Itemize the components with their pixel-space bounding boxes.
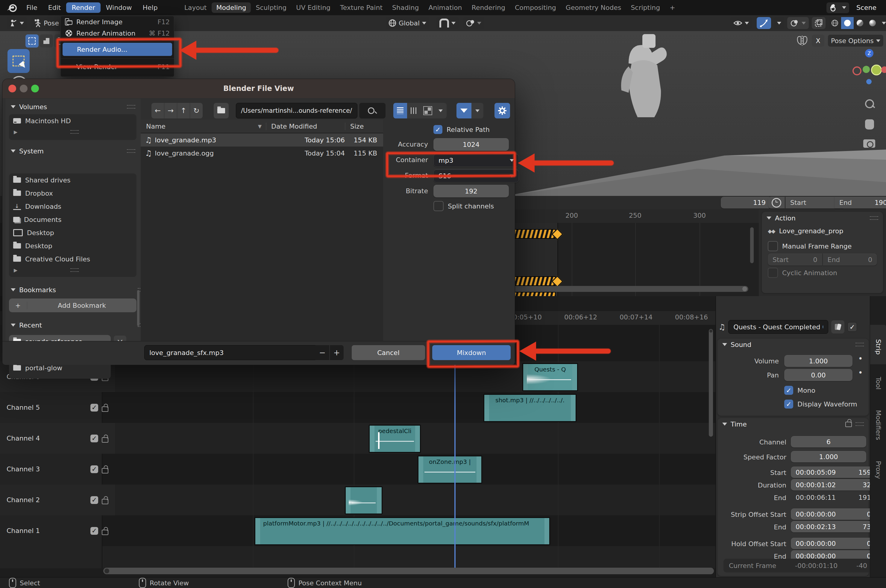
file-list[interactable]: Name ▼ Date Modified Size ♫ love_granade… <box>141 120 383 341</box>
file-row-ogg[interactable]: ♫ love_granade.ogg Today 15:04 115 KB <box>141 147 383 160</box>
filter-button[interactable] <box>456 103 471 118</box>
accuracy-field[interactable]: 1024 <box>433 138 509 151</box>
volumes-section-header[interactable]: Volumes <box>5 100 141 113</box>
action-end-field[interactable]: End 0 <box>823 254 877 266</box>
current-frame-field[interactable]: 119 <box>721 197 772 208</box>
file-row-mp3[interactable]: ♫ love_granade.mp3 Today 15:06 154 KB <box>141 134 383 147</box>
horizontal-list-view-button[interactable] <box>407 103 421 118</box>
action-start-field[interactable]: Start 0 <box>768 254 822 266</box>
gizmo-active-axis[interactable] <box>871 64 882 75</box>
column-size[interactable]: Size <box>345 123 383 130</box>
increment-button[interactable]: + <box>330 345 344 360</box>
mono-checkbox[interactable]: ✓ <box>784 386 793 395</box>
visibility-dropdown[interactable] <box>730 17 752 29</box>
menu-item-render-image[interactable]: Render Image F12 <box>61 16 174 27</box>
settings-button[interactable] <box>495 103 510 118</box>
sound-panel-header[interactable]: Sound <box>718 339 869 351</box>
decrement-button[interactable]: − <box>316 345 329 360</box>
thumbnail-view-button[interactable] <box>421 103 435 118</box>
workspace-tab-scripting[interactable]: Scripting <box>626 2 665 13</box>
animate-dot-icon[interactable]: • <box>858 357 863 360</box>
system-section-header[interactable]: System <box>5 145 141 158</box>
relative-path-row[interactable]: ✓ Relative Path <box>433 125 490 134</box>
gizmo-x-neg[interactable] <box>853 66 862 75</box>
dope-sheet-hscrollbar[interactable] <box>506 286 748 292</box>
gizmo-z-axis[interactable]: Z <box>865 49 873 57</box>
tab-tool[interactable]: Tool <box>870 364 886 402</box>
cancel-button[interactable]: Cancel <box>352 345 425 360</box>
strip-color-button[interactable] <box>831 320 844 333</box>
strip-name-input[interactable] <box>728 320 828 334</box>
sequencer-hscrollbar[interactable] <box>103 568 714 574</box>
workspace-tab-layout[interactable]: Layout <box>180 2 211 13</box>
channel-lock-icon[interactable] <box>102 468 108 474</box>
active-tool-select-box[interactable] <box>8 49 30 73</box>
channel-mute-checkbox[interactable]: ✓ <box>90 527 98 535</box>
use-preview-range-button[interactable] <box>768 197 785 208</box>
tab-proxy[interactable]: Proxy <box>870 448 886 492</box>
up-button[interactable]: ↑ <box>177 103 190 118</box>
channel-row[interactable]: Channel 3 ✓ <box>0 454 115 484</box>
strip-shot[interactable]: shot.mp3 | //../../../../../. <box>483 394 576 422</box>
search-field[interactable] <box>359 103 385 118</box>
menu-help[interactable]: Help <box>137 2 163 13</box>
filter-dropdown[interactable] <box>471 103 483 118</box>
manual-frame-range-checkbox[interactable] <box>768 241 778 251</box>
strip-offset-start-field[interactable]: 00:00:00:00 0 <box>791 508 876 520</box>
channel-lock-icon[interactable] <box>102 437 108 442</box>
expand-icon[interactable]: ▶ <box>14 267 17 273</box>
split-channels-row[interactable]: Split channels <box>433 201 494 211</box>
refresh-button[interactable]: ↻ <box>190 103 203 118</box>
channel-lock-icon[interactable] <box>102 406 108 412</box>
animate-dot-icon[interactable]: • <box>858 371 863 374</box>
channel-lock-icon[interactable] <box>102 499 108 504</box>
cyclic-animation-checkbox[interactable] <box>768 268 778 278</box>
sidebar-item-downloads[interactable]: ↑ Downloads <box>9 200 137 213</box>
scene-name[interactable]: Scene <box>852 4 881 11</box>
menu-item-render-animation[interactable]: Render Animation ⌘ F12 <box>61 27 174 39</box>
dialog-titlebar[interactable]: Blender File View <box>2 79 515 98</box>
sidebar-scrollbar[interactable] <box>137 290 140 326</box>
sidebar-item-shared-drives[interactable]: Shared drives <box>9 174 137 187</box>
unlock-icon[interactable] <box>845 422 852 427</box>
shading-wireframe-button[interactable] <box>829 17 841 29</box>
channel-mute-checkbox[interactable]: ✓ <box>90 404 98 411</box>
dope-sheet-vscrollbar[interactable] <box>750 227 754 263</box>
shading-rendered-button[interactable] <box>866 17 879 29</box>
maximize-window-button[interactable] <box>31 85 39 92</box>
strip-offset-end-field[interactable]: 00:00:02:13 73 <box>791 521 876 532</box>
sidebar-item-desktop[interactable]: Desktop <box>9 226 137 239</box>
channel-row[interactable]: Channel 2 ✓ <box>0 484 115 515</box>
workspace-tab-modeling[interactable]: Modeling <box>212 2 251 13</box>
gizmos-toggle[interactable] <box>757 17 771 29</box>
frame-end-field[interactable]: End 190 <box>835 197 886 208</box>
column-date-modified[interactable]: Date Modified <box>266 123 345 130</box>
workspace-tab-texture-paint[interactable]: Texture Paint <box>335 2 387 13</box>
start-field[interactable]: 00:00:05:09 159 <box>791 466 876 478</box>
camera-view-icon[interactable] <box>863 140 875 148</box>
select-mode-box-button[interactable] <box>26 34 39 48</box>
sort-desc-icon[interactable]: ▼ <box>258 123 262 129</box>
time-panel-header[interactable]: Time <box>718 418 869 430</box>
mono-row[interactable]: ✓ Mono <box>784 386 815 395</box>
forward-button[interactable]: → <box>164 103 177 118</box>
proportional-editing-toggle[interactable] <box>463 17 484 29</box>
bitrate-field[interactable]: 192 <box>433 185 509 197</box>
display-waveform-checkbox[interactable]: ✓ <box>784 400 793 408</box>
strip-enable-checkbox[interactable]: ✓ <box>847 322 857 332</box>
shading-solid-button[interactable] <box>841 17 854 29</box>
workspace-tab-animation[interactable]: Animation <box>424 2 466 13</box>
display-waveform-row[interactable]: ✓ Display Waveform <box>784 400 857 408</box>
workspace-tab-uv-editing[interactable]: UV Editing <box>292 2 335 13</box>
mirror-x-toggle[interactable]: X <box>812 35 824 46</box>
channel-row[interactable]: Channel 4 ✓ <box>0 423 115 454</box>
transform-orientation-dropdown[interactable]: Global <box>385 17 429 29</box>
pan-hand-icon[interactable] <box>865 119 874 129</box>
split-channels-checkbox[interactable] <box>433 201 444 211</box>
shading-material-button[interactable] <box>854 17 866 29</box>
channel-mute-checkbox[interactable]: ✓ <box>90 496 98 504</box>
workspace-tab-shading[interactable]: Shading <box>388 2 423 13</box>
hold-offset-start-field[interactable]: 00:00:00:00 0 <box>791 538 876 549</box>
add-bookmark-button[interactable]: + Add Bookmark <box>9 298 137 312</box>
relative-path-checkbox[interactable]: ✓ <box>433 125 442 134</box>
